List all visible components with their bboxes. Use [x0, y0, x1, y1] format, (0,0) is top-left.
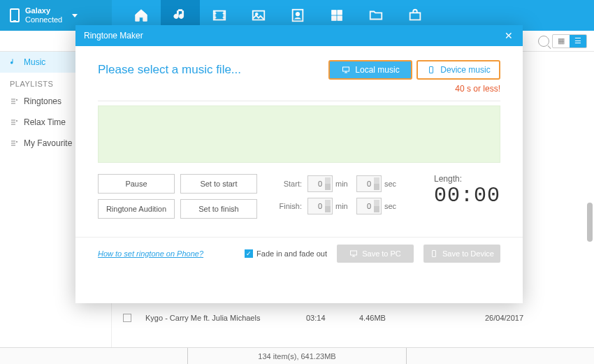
length-value: 00:00 — [434, 184, 500, 208]
scrollbar-thumb[interactable] — [587, 203, 593, 242]
finish-min-input[interactable]: 0 — [307, 198, 333, 214]
grid-view-icon[interactable]: ▦ — [553, 35, 570, 48]
monitor-icon — [349, 249, 358, 258]
sec-unit: sec — [384, 202, 403, 210]
list-icon — [10, 118, 18, 126]
audition-button[interactable]: Ringtone Audition — [98, 199, 175, 219]
save-to-pc-button[interactable]: Save to PC — [337, 245, 414, 263]
view-toggle[interactable]: ▦ ☰ — [552, 34, 587, 48]
svg-rect-15 — [351, 251, 357, 255]
sidebar-item-label: Music — [24, 57, 45, 67]
close-icon[interactable]: ✕ — [505, 30, 514, 41]
list-icon — [10, 97, 18, 105]
sidebar-item-label: Ringtones — [24, 96, 61, 106]
dialog-title: Ringtone Maker — [84, 31, 143, 41]
set-finish-button[interactable]: Set to finish — [180, 199, 257, 219]
pause-button[interactable]: Pause — [98, 174, 175, 194]
set-start-button[interactable]: Set to start — [180, 174, 257, 194]
sidebar-item-label: Relax Time — [24, 117, 66, 127]
svg-rect-14 — [430, 67, 433, 73]
row-checkbox[interactable] — [123, 314, 131, 322]
local-music-button[interactable]: Local music — [328, 60, 412, 80]
music-note-icon — [10, 58, 18, 66]
select-file-prompt: Please select a music file... — [98, 63, 241, 77]
cell-name: Kygo - Carry Me ft. Julia Michaels — [145, 314, 292, 322]
phone-icon — [430, 249, 438, 258]
duration-limit: 40 s or less! — [98, 84, 500, 94]
search-icon[interactable] — [538, 36, 549, 47]
waveform-area[interactable] — [98, 105, 500, 163]
length-label: Length: — [434, 174, 500, 184]
monitor-icon — [341, 66, 351, 74]
svg-rect-6 — [338, 10, 342, 15]
svg-point-11 — [16, 120, 17, 122]
fade-checkbox[interactable]: ✓ Fade in and fade out — [245, 249, 327, 258]
svg-rect-13 — [343, 67, 349, 71]
svg-rect-8 — [338, 16, 342, 20]
min-unit: min — [335, 202, 354, 210]
device-music-button[interactable]: Device music — [416, 60, 500, 80]
finish-label: Finish: — [274, 202, 305, 210]
cell-duration: 03:14 — [306, 314, 345, 322]
svg-point-10 — [16, 99, 17, 101]
svg-rect-7 — [332, 16, 336, 20]
finish-sec-input[interactable]: 0 — [356, 198, 382, 214]
svg-rect-16 — [433, 250, 436, 256]
check-icon: ✓ — [245, 249, 253, 258]
list-icon — [10, 139, 18, 147]
list-view-icon[interactable]: ☰ — [570, 35, 586, 48]
sec-unit: sec — [384, 180, 403, 188]
device-text: Galaxy Connected — [25, 6, 62, 24]
help-link[interactable]: How to set ringtone on Phone? — [98, 249, 203, 258]
save-to-device-button[interactable]: Save to Device — [423, 245, 500, 263]
ringtone-maker-dialog: Ringtone Maker ✕ Please select a music f… — [75, 25, 523, 303]
svg-rect-5 — [332, 10, 336, 15]
status-summary: 134 item(s), 641.23MB — [187, 348, 406, 364]
start-sec-input[interactable]: 0 — [356, 175, 382, 192]
svg-rect-9 — [410, 13, 421, 20]
svg-point-4 — [296, 12, 300, 16]
chevron-down-icon — [72, 14, 78, 17]
cell-date: 26/04/2017 — [485, 314, 523, 322]
phone-icon — [10, 8, 20, 22]
table-row[interactable]: Kygo - Carry Me ft. Julia Michaels 03:14… — [112, 309, 580, 327]
sidebar-item-label: My Favourite — [24, 138, 72, 148]
phone-icon — [426, 66, 436, 74]
start-min-input[interactable]: 0 — [307, 175, 333, 192]
svg-point-12 — [16, 141, 17, 143]
cell-size: 4.46MB — [359, 314, 471, 322]
start-label: Start: — [274, 180, 305, 188]
min-unit: min — [335, 180, 354, 188]
